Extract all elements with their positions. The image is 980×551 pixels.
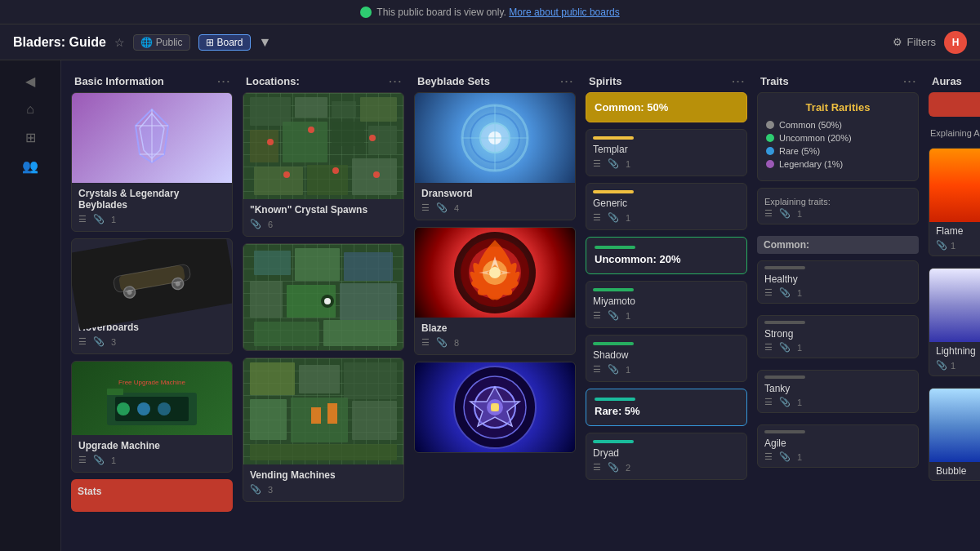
filters-button[interactable]: ⚙ Filters: [893, 36, 936, 48]
rarity-label-rare: Rare (5%): [779, 146, 820, 156]
menu-icon: ☰: [593, 462, 601, 473]
column-menu-icon[interactable]: ···: [389, 75, 403, 87]
column-header-traits: Traits ···: [757, 70, 920, 92]
menu-icon: ☰: [593, 158, 601, 169]
bey-unknown-image: [415, 362, 575, 452]
spirit-card-miyamoto[interactable]: Miyamoto ☰ 📎 1: [586, 281, 747, 328]
explaining-auras-label: Explaining Auras:: [929, 128, 980, 138]
status-dot: [360, 7, 372, 18]
menu-icon: ☰: [593, 364, 601, 375]
column-title: Beyblade Sets: [417, 75, 490, 87]
templar-bar: [593, 136, 634, 140]
dryad-name: Dryad: [593, 447, 740, 459]
column-menu-icon[interactable]: ···: [217, 75, 231, 87]
card-vending[interactable]: Vending Machines 📎 3: [243, 358, 404, 502]
miyamoto-bar: [593, 288, 634, 291]
svg-rect-28: [254, 167, 303, 195]
attachment-count: 1: [797, 209, 802, 219]
svg-point-66: [489, 267, 501, 278]
card-meta: ☰ 📎 4: [421, 202, 568, 213]
flame-meta: 📎 1: [929, 240, 980, 256]
trait-card-healthy[interactable]: Healthy ☰ 📎 1: [757, 260, 919, 304]
avatar[interactable]: H: [944, 31, 967, 54]
spirits-common-header[interactable]: Common: 50%: [586, 92, 747, 122]
column-menu-icon[interactable]: ···: [560, 75, 574, 87]
svg-rect-40: [250, 281, 283, 318]
column-title: Basic Information: [74, 75, 164, 87]
column-body-spirits: Common: 50% Templar ☰ 📎 1 Generic: [586, 92, 749, 541]
agile-bar: [764, 430, 805, 433]
card-upgrade[interactable]: Free Upgrade Machine Upgrade Machine ☰ 📎…: [71, 361, 233, 473]
attachment-count: 1: [626, 159, 630, 169]
board-view-badge[interactable]: ⊞ Board: [198, 34, 251, 51]
card-title: "Known" Crystal Spawns: [250, 204, 397, 216]
attachment-icon: 📎: [608, 310, 619, 321]
trait-card-tanky[interactable]: Tanky ☰ 📎 1: [757, 370, 919, 413]
menu-icon: ☰: [78, 214, 87, 224]
aura-red-card[interactable]: [929, 92, 980, 117]
aura-card-flame[interactable]: Flame 📎 1: [929, 148, 980, 256]
card-stats[interactable]: Stats: [71, 479, 233, 512]
spirit-card-generic[interactable]: Generic ☰ 📎 1: [586, 183, 747, 230]
chevron-down-icon[interactable]: ▼: [259, 35, 272, 50]
attachment-count: 3: [268, 485, 273, 495]
board-icon: ⊞: [206, 37, 214, 48]
shadow-meta: ☰ 📎 1: [593, 364, 740, 375]
card-crystal-spawns[interactable]: "Known" Crystal Spawns 📎 6: [243, 92, 404, 237]
card-hoverboards[interactable]: Hoverboards ☰ 📎 3: [71, 238, 233, 354]
upgrade-image: Free Upgrade Machine: [72, 362, 232, 435]
column-body-locations: "Known" Crystal Spawns 📎 6: [243, 92, 406, 541]
trait-card-agile[interactable]: Agile ☰ 📎 1: [757, 424, 919, 468]
attachment-icon: 📎: [779, 451, 791, 462]
column-header-auras: Auras ···: [929, 70, 980, 92]
svg-rect-21: [295, 97, 327, 118]
card-blaze[interactable]: Blaze ☰ 📎 8: [414, 227, 576, 355]
sidebar-collapse[interactable]: ◀: [0, 67, 60, 96]
sidebar-members[interactable]: 👥: [0, 152, 60, 180]
spirit-card-templar[interactable]: Templar ☰ 📎 1: [586, 129, 747, 176]
card-meta: ☰ 📎 1: [78, 214, 225, 224]
attachment-icon: 📎: [936, 240, 947, 251]
svg-rect-29: [307, 165, 348, 195]
view-label: Board: [217, 37, 243, 48]
dryad-bar: [593, 440, 634, 443]
aura-card-lightning[interactable]: Lightning 📎 1: [929, 268, 980, 376]
lightning-image: [929, 269, 980, 342]
menu-icon: ☰: [593, 310, 601, 321]
menu-icon: ☰: [421, 337, 430, 348]
bubble-title: Bubble: [929, 462, 980, 480]
attachment-icon: 📎: [250, 484, 261, 495]
column-body-traits: Trait Rarities Common (50%) Uncommon (20…: [757, 92, 920, 541]
column-menu-icon[interactable]: ···: [903, 75, 917, 87]
map-image-1: [243, 93, 403, 199]
card-map2[interactable]: [243, 243, 404, 351]
learn-more-link[interactable]: More about public boards: [509, 7, 619, 18]
card-dransword[interactable]: Dransword ☰ 📎 4: [414, 92, 576, 220]
trait-card-strong[interactable]: Strong ☰ 📎 1: [757, 315, 919, 358]
aura-card-bubble[interactable]: Bubble: [929, 388, 980, 481]
map-image-2: [243, 244, 403, 350]
spirits-uncommon-header[interactable]: Uncommon: 20%: [586, 237, 747, 274]
card-crystals[interactable]: Crystals & Legendary Beyblades ☰ 📎 1: [71, 92, 233, 232]
spirit-card-shadow[interactable]: Shadow ☰ 📎 1: [586, 335, 747, 382]
card-title: Upgrade Machine: [78, 440, 225, 451]
svg-rect-18: [107, 389, 123, 395]
card-purple-bey[interactable]: [414, 362, 576, 453]
sidebar-home[interactable]: ⌂: [0, 96, 60, 123]
column-menu-icon[interactable]: ···: [732, 75, 746, 87]
sidebar-boards[interactable]: ⊞: [0, 123, 60, 152]
svg-point-31: [267, 139, 274, 145]
attachment-count: 3: [111, 337, 116, 347]
bubble-image: [929, 389, 980, 462]
spirit-card-dryad[interactable]: Dryad ☰ 📎 2: [586, 433, 747, 480]
star-icon[interactable]: ☆: [114, 36, 125, 49]
visibility-label: Public: [156, 37, 183, 48]
attachment-icon: 📎: [779, 208, 791, 219]
spirits-rare-header[interactable]: Rare: 5%: [586, 389, 747, 426]
explaining-traits-card[interactable]: Explaining traits: ☰ 📎 1: [757, 188, 919, 224]
visibility-badge[interactable]: 🌐 Public: [133, 34, 190, 51]
rarity-uncommon: Uncommon (20%): [766, 133, 910, 143]
attachment-count: 1: [797, 452, 802, 462]
globe-icon: 🌐: [140, 37, 153, 48]
card-title: Vending Machines: [250, 469, 397, 481]
